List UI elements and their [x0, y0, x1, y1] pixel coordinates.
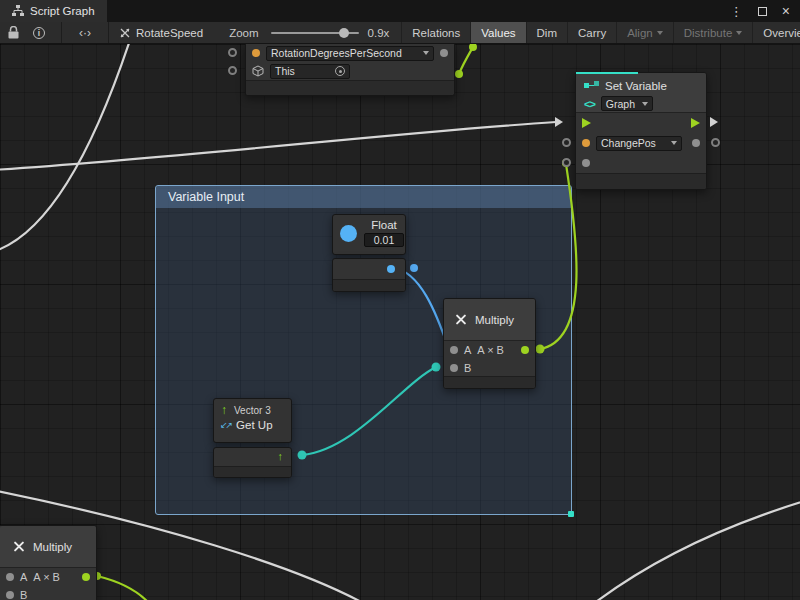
port-result-dot[interactable]: [521, 346, 529, 354]
graph-canvas[interactable]: Variable Input: [0, 44, 800, 600]
gameobject-cube-icon: [252, 65, 264, 77]
port-row-a: A A × B: [444, 341, 535, 359]
node-header[interactable]: Multiply: [444, 299, 535, 341]
port-value-dot[interactable]: [582, 159, 590, 167]
node-title: Set Variable: [605, 80, 667, 92]
float-type-icon: [340, 225, 357, 242]
port-output-dot[interactable]: [440, 49, 448, 57]
toolbar-button-values[interactable]: Values: [470, 22, 525, 44]
toolbar-button-distribute-label: Distribute: [684, 27, 733, 39]
chevron-down-icon: [657, 31, 663, 35]
close-icon[interactable]: ×: [782, 6, 790, 16]
wire-value-green: [97, 576, 153, 600]
flow-port-triangle[interactable]: [710, 117, 718, 127]
group-title: Variable Input: [168, 190, 244, 204]
port-row-a: A A × B: [0, 568, 96, 586]
zoom-label: Zoom: [229, 27, 258, 39]
chevron-down-icon: [423, 51, 429, 55]
variable-name-label: ChangePos: [601, 137, 656, 149]
tab-script-graph[interactable]: Script Graph: [0, 0, 107, 22]
node-header[interactable]: Set Variable <> Graph: [576, 73, 706, 113]
port-circle[interactable]: [562, 138, 571, 147]
node-float-header[interactable]: Float 0.01: [332, 214, 406, 255]
node-multiply[interactable]: Multiply A A × B B: [443, 298, 536, 389]
target-field[interactable]: This: [270, 64, 350, 79]
port-result-label: A × B: [33, 571, 60, 583]
flow-out-arrow-icon[interactable]: [691, 118, 700, 128]
port-circle[interactable]: [228, 48, 237, 57]
port-name-dot[interactable]: [582, 139, 590, 147]
port-output-dot[interactable]: [387, 265, 395, 273]
group-resize-handle[interactable]: [568, 511, 574, 517]
node-footer: [576, 173, 706, 189]
target-row: This: [246, 62, 454, 80]
float-value-field[interactable]: 0.01: [364, 233, 404, 247]
group-header[interactable]: Variable Input: [156, 186, 571, 208]
toolbar-separator: [108, 22, 109, 43]
variable-name-dropdown[interactable]: ChangePos: [596, 136, 682, 151]
zoom-slider[interactable]: [271, 32, 359, 34]
node-header[interactable]: Multiply: [0, 526, 96, 568]
port-b-dot[interactable]: [450, 364, 458, 372]
graph-name: RotateSpeed: [136, 27, 203, 39]
node-get-up-body[interactable]: ↑: [213, 447, 292, 478]
port-output-dot[interactable]: [692, 139, 700, 147]
zoom-slider-handle[interactable]: [339, 28, 349, 38]
object-picker-icon[interactable]: [335, 66, 345, 76]
node-multiply-2[interactable]: Multiply A A × B B: [0, 525, 97, 600]
scope-dropdown[interactable]: Graph: [601, 96, 653, 111]
port-row-b: B: [444, 359, 535, 377]
toolbar-button-relations[interactable]: Relations: [401, 22, 470, 44]
node-title: Float: [371, 219, 397, 231]
wire-value-green: [459, 47, 473, 74]
maximize-icon[interactable]: [758, 7, 767, 16]
port-circle[interactable]: [228, 66, 237, 75]
toolbar-button-overview[interactable]: Overview: [752, 22, 800, 44]
type-label: Vector 3: [234, 405, 271, 416]
node-get-variable[interactable]: RotationDegreesPerSecond This: [245, 44, 455, 96]
variable-name-row: ChangePos: [576, 133, 706, 153]
node-float-body[interactable]: [332, 258, 406, 292]
port-a-dot[interactable]: [6, 573, 14, 581]
value-row: [576, 153, 706, 173]
tab-title: Script Graph: [30, 5, 95, 17]
lock-icon[interactable]: [8, 26, 19, 39]
node-title: Multiply: [475, 314, 514, 326]
toolbar-button-distribute: Distribute: [673, 22, 753, 44]
node-title: Multiply: [33, 541, 72, 553]
port-a-dot[interactable]: [450, 346, 458, 354]
toolbar-button-carry[interactable]: Carry: [567, 22, 616, 44]
window-controls: ⋮ ×: [730, 4, 800, 19]
breadcrumb-icon[interactable]: ‹·›: [62, 26, 108, 40]
toolbar-button-align: Align: [616, 22, 673, 44]
scope-label: Graph: [606, 98, 635, 110]
flow-port-triangle[interactable]: [555, 117, 563, 127]
multiply-icon: [454, 313, 467, 326]
unity-script-graph-window: Script Graph ⋮ × i ‹·› RotateSpeed Zoom: [0, 0, 800, 600]
chevron-down-icon: [736, 31, 742, 35]
graph-toolbar: i ‹·› RotateSpeed Zoom 0.9x Relations Va…: [0, 22, 800, 44]
vector-arrows-icon: ↙↗: [220, 420, 231, 430]
toolbar-button-dim[interactable]: Dim: [526, 22, 567, 44]
port-circle[interactable]: [562, 158, 571, 167]
node-title: Get Up: [236, 419, 272, 431]
flow-row: [576, 113, 706, 133]
wire-flow: [0, 44, 130, 252]
info-icon[interactable]: i: [33, 27, 45, 39]
node-set-variable[interactable]: Set Variable <> Graph ChangePos: [575, 72, 707, 190]
variable-icon: [584, 81, 599, 90]
variable-name-dropdown[interactable]: RotationDegreesPerSecond: [266, 46, 434, 61]
port-b-label: B: [20, 589, 27, 600]
port-b-label: B: [464, 362, 471, 374]
port-b-dot[interactable]: [6, 591, 14, 599]
flow-in-arrow-icon[interactable]: [582, 118, 591, 128]
port-value-dot[interactable]: [252, 49, 260, 57]
node-footer: [246, 80, 454, 95]
menu-kebab-icon[interactable]: ⋮: [730, 4, 743, 19]
chevron-down-icon: [642, 102, 648, 106]
node-get-up-header[interactable]: ↑ Vector 3 ↙↗ Get Up: [213, 398, 292, 443]
zoom-value: 0.9x: [368, 27, 390, 39]
port-circle[interactable]: [711, 138, 720, 147]
port-result-dot[interactable]: [82, 573, 90, 581]
port-vector-output-icon[interactable]: ↑: [278, 450, 284, 462]
